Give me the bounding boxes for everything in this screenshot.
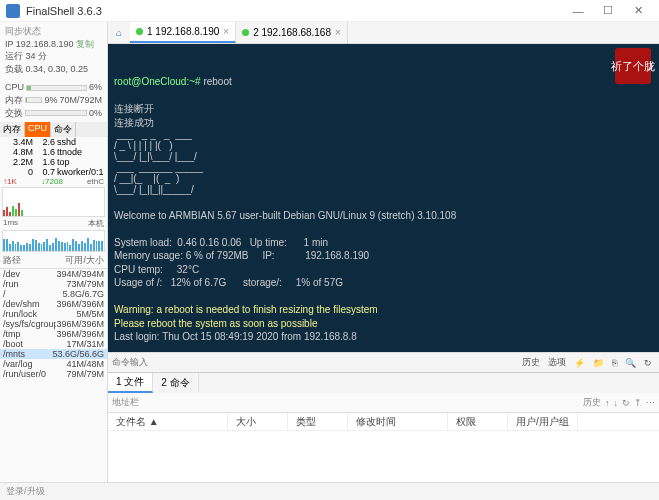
titlebar: FinalShell 3.6.3 — ☐ ✕ xyxy=(0,0,659,22)
close-button[interactable]: ✕ xyxy=(623,1,653,21)
proc-hdr-cpu[interactable]: CPU xyxy=(25,122,51,137)
connection-tab[interactable]: 2 192.168.68.168× xyxy=(236,22,348,43)
process-row[interactable]: 00.7kworker/0:1 xyxy=(0,167,107,177)
login-upgrade-link[interactable]: 登录/升级 xyxy=(6,485,45,498)
process-row[interactable]: 3.4M2.6sshd xyxy=(0,137,107,147)
command-input[interactable] xyxy=(151,358,516,368)
uptime-value: 34 分 xyxy=(26,51,48,61)
home-icon[interactable]: ⌂ xyxy=(108,25,130,41)
ip-value: 192.168.8.190 xyxy=(16,39,74,49)
copy-icon[interactable]: ⎘ xyxy=(609,357,620,369)
swap-label: 交换 xyxy=(5,107,23,120)
connection-tab[interactable]: 1 192.168.8.190× xyxy=(130,22,236,43)
swap-bar xyxy=(25,110,87,116)
network-graph xyxy=(2,187,105,217)
mem-pct: 9% xyxy=(44,94,57,107)
load-label: 负载 xyxy=(5,64,23,74)
upload-icon[interactable]: ⤒ xyxy=(634,398,642,408)
bolt-icon[interactable]: ⚡ xyxy=(571,357,588,369)
terminal[interactable]: 祈了个胧 root@OneCloud:~# reboot 连接断开 连接成功 _… xyxy=(108,44,659,352)
watermark-stamp: 祈了个胧 xyxy=(615,48,651,84)
process-row[interactable]: 4.8M1.6ttnode xyxy=(0,147,107,157)
fs-hdr-path[interactable]: 路径 xyxy=(3,254,65,267)
lat-label: 1ms xyxy=(3,218,18,229)
cpu-bar xyxy=(26,85,87,91)
ip-label: IP xyxy=(5,39,13,49)
command-input-row: 命令输入 历史 选项 ⚡ 📁 ⎘ 🔍 ↻ xyxy=(108,352,659,372)
up-icon[interactable]: ↑ xyxy=(605,398,610,408)
address-input[interactable] xyxy=(143,395,579,410)
fs-row[interactable]: /run/user/079M/79M xyxy=(0,369,107,379)
file-tab-commands[interactable]: 2 命令 xyxy=(153,374,198,392)
search-icon[interactable]: 🔍 xyxy=(622,357,639,369)
window-title: FinalShell 3.6.3 xyxy=(26,5,563,17)
net-if: ethC xyxy=(87,177,104,186)
down-icon[interactable]: ↓ xyxy=(614,398,619,408)
proc-hdr-cmd[interactable]: 命令 xyxy=(51,122,76,137)
fs-hdr-size[interactable]: 可用/大小 xyxy=(65,254,104,267)
fs-row[interactable]: /sys/fs/cgroup396M/396M xyxy=(0,319,107,329)
cpu-pct: 6% xyxy=(89,81,102,94)
fs-row[interactable]: /tmp396M/396M xyxy=(0,329,107,339)
status-dot-icon xyxy=(242,29,249,36)
refresh-icon[interactable]: ↻ xyxy=(641,357,655,369)
mem-val: 70M/792M xyxy=(59,94,102,107)
sidebar: 同步状态 IP 192.168.8.190 复制 运行 34 分 负载 0.34… xyxy=(0,22,108,482)
history-button[interactable]: 历史 xyxy=(519,355,543,370)
process-header: 内存 CPU 命令 xyxy=(0,122,107,137)
file-header: 文件名 ▲ 大小 类型 修改时间 权限 用户/用户组 xyxy=(108,413,659,431)
uptime-label: 运行 xyxy=(5,51,23,61)
file-tab-files[interactable]: 1 文件 xyxy=(108,373,153,393)
mem-bar xyxy=(25,97,42,103)
load-value: 0.34, 0.30, 0.25 xyxy=(26,64,89,74)
process-row[interactable]: 2.2M1.6top xyxy=(0,157,107,167)
col-type[interactable]: 类型 xyxy=(288,413,348,430)
fs-row[interactable]: /dev/shm396M/396M xyxy=(0,299,107,309)
folder-icon[interactable]: 📁 xyxy=(590,357,607,369)
col-perm[interactable]: 权限 xyxy=(448,413,508,430)
latency-graph xyxy=(2,230,105,252)
sync-status-label: 同步状态 xyxy=(5,26,41,36)
fs-header: 路径可用/大小 xyxy=(0,253,107,269)
file-pane: 1 文件 2 命令 地址栏 历史 ↑ ↓ ↻ ⤒ ⋯ 文件名 ▲ 大小 类型 修… xyxy=(108,372,659,482)
col-owner[interactable]: 用户/用户组 xyxy=(508,413,578,430)
fs-row[interactable]: /mnts53.6G/56.6G xyxy=(0,349,107,359)
status-dot-icon xyxy=(136,28,143,35)
swap-pct: 0% xyxy=(89,107,102,120)
app-icon xyxy=(6,4,20,18)
more-icon[interactable]: ⋯ xyxy=(646,398,655,408)
proc-hdr-mem[interactable]: 内存 xyxy=(0,122,25,137)
fs-row[interactable]: /run73M/79M xyxy=(0,279,107,289)
refresh-icon[interactable]: ↻ xyxy=(622,398,630,408)
fs-row[interactable]: /dev394M/394M xyxy=(0,269,107,279)
tab-bar: ⌂ 1 192.168.8.190×2 192.168.68.168× xyxy=(108,22,659,44)
options-button[interactable]: 选项 xyxy=(545,355,569,370)
mem-label: 内存 xyxy=(5,94,23,107)
fs-row[interactable]: /run/lock5M/5M xyxy=(0,309,107,319)
close-tab-icon[interactable]: × xyxy=(223,26,229,37)
minimize-button[interactable]: — xyxy=(563,1,593,21)
fs-row[interactable]: /var/log41M/48M xyxy=(0,359,107,369)
filesystem-list: /dev394M/394M/run73M/79M/5.8G/6.7G/dev/s… xyxy=(0,269,107,482)
close-tab-icon[interactable]: × xyxy=(335,27,341,38)
cmd-input-label: 命令输入 xyxy=(112,356,148,369)
fs-row[interactable]: /boot17M/31M xyxy=(0,339,107,349)
file-history-button[interactable]: 历史 xyxy=(583,396,601,409)
col-mtime[interactable]: 修改时间 xyxy=(348,413,448,430)
footer: 登录/升级 xyxy=(0,482,659,500)
lat-host: 本机 xyxy=(88,218,104,229)
col-size[interactable]: 大小 xyxy=(228,413,288,430)
maximize-button[interactable]: ☐ xyxy=(593,1,623,21)
col-name[interactable]: 文件名 ▲ xyxy=(108,413,228,430)
addr-label: 地址栏 xyxy=(112,396,139,409)
cpu-label: CPU xyxy=(5,81,24,94)
process-list: 3.4M2.6sshd4.8M1.6ttnode2.2M1.6top00.7kw… xyxy=(0,137,107,177)
net-up: ↑1K xyxy=(3,177,17,186)
copy-link[interactable]: 复制 xyxy=(76,39,94,49)
fs-row[interactable]: /5.8G/6.7G xyxy=(0,289,107,299)
net-dn: ↓7208 xyxy=(41,177,63,186)
